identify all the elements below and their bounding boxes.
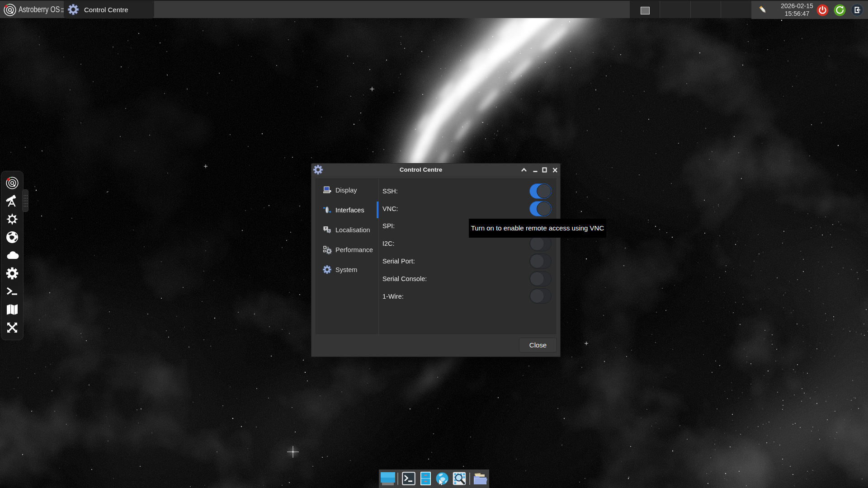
svg-text:A: A (328, 229, 330, 232)
